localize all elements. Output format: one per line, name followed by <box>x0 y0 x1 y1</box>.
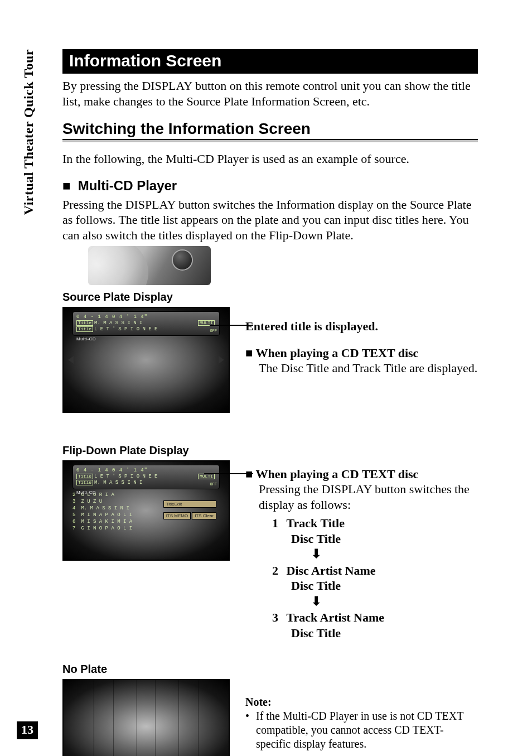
col-flip-down-text: ■ When playing a CD TEXT disc Pressing t… <box>245 460 478 641</box>
flip-down-track-list: 2 G L O R I A 3 Z U Z U 4 M. M A S S I N… <box>72 492 162 532</box>
remote-control-figure <box>88 246 211 285</box>
track-num: 2 <box>72 492 78 498</box>
leader-line <box>210 325 253 326</box>
seq-line-b: Disc Title <box>291 625 478 641</box>
multi-cd-label: Multi-CD <box>76 336 96 342</box>
track-num: 3 <box>72 498 78 505</box>
bullet-icon: • <box>245 709 253 723</box>
row-flip-down: 0 4 - 1 4 0 4 ' 1 4" TitleL E T ' S P I … <box>62 460 478 641</box>
list-item: 5 M I N A P A O L I <box>72 512 162 518</box>
track-num: 5 <box>72 512 78 518</box>
tag-subtitle-icon: Title <box>76 480 93 485</box>
plate-subtitle-line: L E T ' S P I O N E E <box>94 327 157 333</box>
caption-flip-down: Flip-Down Plate Display <box>62 444 478 457</box>
cd-text-header-2: ■ When playing a CD TEXT disc <box>245 467 478 481</box>
intro-paragraph: By pressing the DISPLAY button on this r… <box>62 78 478 109</box>
note-text: If the Multi-CD Player in use is not CD … <box>256 709 477 751</box>
track-title: G I N O P A O L I <box>81 526 132 531</box>
source-plate-figure: 0 4 - 1 4 0 4 ' 1 4" TitleM. M A S S I N… <box>62 307 230 413</box>
cd-text-block-1: ■ When playing a CD TEXT disc The Disc T… <box>245 346 478 376</box>
seq-line-a: Track Title <box>287 516 345 530</box>
seq-item-1: 1 Track Title Disc Title ⬇ <box>272 516 478 562</box>
tag-title-icon: Title <box>76 320 93 326</box>
track-title: M I N A P A O L I <box>81 512 132 518</box>
topic-heading: ■ Multi-CD Player <box>62 178 478 194</box>
list-item: 3 Z U Z U <box>72 498 162 505</box>
note-block: Note: • If the Multi-CD Player in use is… <box>245 695 478 751</box>
cd-text-body-2: Pressing the DISPLAY button switches the… <box>259 481 478 512</box>
down-arrow-icon: ⬇ <box>311 546 478 562</box>
side-section-label: Virtual Theater Quick Tour <box>21 49 43 233</box>
mode-badge: MULTI <box>198 474 215 479</box>
its-memo-button: ITS MEMO <box>163 512 191 519</box>
track-title: Z U Z U <box>81 499 102 504</box>
display-sequence-list: 1 Track Title Disc Title ⬇ 2 Disc Artist… <box>272 516 478 641</box>
seq-line-b: Disc Title <box>291 531 478 547</box>
square-bullet-icon: ■ <box>245 346 255 360</box>
seq-item-3: 3 Track Artist Name Disc Title <box>272 610 478 641</box>
cd-text-block-2: ■ When playing a CD TEXT disc Pressing t… <box>245 467 478 512</box>
section-title-text: Information Screen <box>69 51 221 70</box>
col-no-plate-figure: No Plate <box>62 657 230 756</box>
seq-line-a: Track Artist Name <box>287 610 385 624</box>
tag-title-icon: Title <box>76 474 93 479</box>
list-item: 7 G I N O P A O L I <box>72 525 162 532</box>
source-plate-panel: 0 4 - 1 4 0 4 ' 1 4" TitleM. M A S S I N… <box>72 311 220 336</box>
callout-entered-title: Entered title is displayed. <box>245 319 478 334</box>
subsection-heading-text: Switching the Information Screen <box>62 120 478 138</box>
plate-time-line: 0 4 - 1 4 0 4 ' 1 4" <box>76 314 216 320</box>
track-title: M I S A K I M I A <box>81 519 132 524</box>
down-arrow-icon: ⬇ <box>311 594 478 609</box>
section-title: Information Screen <box>62 49 478 74</box>
list-item: 2 G L O R I A <box>72 492 162 498</box>
page-number: 13 <box>17 721 38 739</box>
seq-num: 1 <box>272 516 283 531</box>
its-button-row: ITS MEMO ITS Clear <box>163 512 216 519</box>
seq-num: 2 <box>272 563 283 579</box>
display-button-icon <box>173 251 192 269</box>
track-num: 4 <box>72 505 78 512</box>
off-badge: OFF <box>210 481 217 488</box>
heading-underline-shadow <box>62 140 478 142</box>
flip-down-plate-panel: 0 4 - 1 4 0 4 ' 1 4" TitleL E T ' S P I … <box>72 465 220 489</box>
nav-right-icon <box>219 356 224 364</box>
caption-source-plate: Source Plate Display <box>62 291 478 304</box>
col-flip-down-figure: 0 4 - 1 4 0 4 ' 1 4" TitleL E T ' S P I … <box>62 460 230 561</box>
cd-text-body-1: The Disc Title and Track Title are displ… <box>259 360 478 376</box>
seq-item-2: 2 Disc Artist Name Disc Title ⬇ <box>272 563 478 609</box>
page: Virtual Theater Quick Tour 13 Informatio… <box>0 0 532 756</box>
main-content: Information Screen By pressing the DISPL… <box>62 49 478 756</box>
track-num: 7 <box>72 525 78 532</box>
fd-time-line: 0 4 - 1 4 0 4 ' 1 4" <box>76 468 216 474</box>
tag-subtitle-icon: Title <box>76 326 93 332</box>
col-source-plate-text: Entered title is displayed. ■ When playi… <box>245 307 478 376</box>
seq-line-b: Disc Title <box>291 578 478 594</box>
note-header: Note: <box>245 695 478 709</box>
plate-title-line: M. M A S S I N I <box>94 320 142 326</box>
page-number-text: 13 <box>21 723 33 736</box>
square-bullet-icon: ■ <box>62 178 78 193</box>
fd-subtitle-line: M. M A S S I N I <box>94 480 142 486</box>
track-num: 6 <box>72 518 78 525</box>
subsection-heading: Switching the Information Screen <box>62 120 478 142</box>
leader-line <box>204 473 253 474</box>
col-source-plate-figure: 0 4 - 1 4 0 4 ' 1 4" TitleM. M A S S I N… <box>62 307 230 413</box>
seq-line-a: Disc Artist Name <box>287 564 376 577</box>
track-title: M. M A S S I N I <box>81 505 129 511</box>
track-title: G L O R I A <box>81 492 114 498</box>
flip-down-figure: 0 4 - 1 4 0 4 ' 1 4" TitleL E T ' S P I … <box>62 460 230 561</box>
side-section-label-text: Virtual Theater Quick Tour <box>21 49 36 215</box>
col-note: Note: • If the Multi-CD Player in use is… <box>245 657 478 751</box>
cd-text-header-1: ■ When playing a CD TEXT disc <box>245 346 478 360</box>
fd-title-line: L E T ' S P I O N E E <box>94 474 157 479</box>
list-item: 6 M I S A K I M I A <box>72 518 162 525</box>
list-item: 4 M. M A S S I N I <box>72 505 162 512</box>
seq-num: 3 <box>272 610 283 625</box>
row-source-plate: 0 4 - 1 4 0 4 ' 1 4" TitleM. M A S S I N… <box>62 307 478 413</box>
topic-heading-text: Multi-CD Player <box>78 178 177 193</box>
its-clear-button: ITS Clear <box>192 512 216 519</box>
row-no-plate: No Plate Note: • If the Multi-CD Player … <box>62 657 478 756</box>
subsection-intro: In the following, the Multi-CD Player is… <box>62 151 478 167</box>
cd-text-header-2-text: When playing a CD TEXT disc <box>255 467 418 481</box>
nav-left-icon <box>68 356 74 364</box>
